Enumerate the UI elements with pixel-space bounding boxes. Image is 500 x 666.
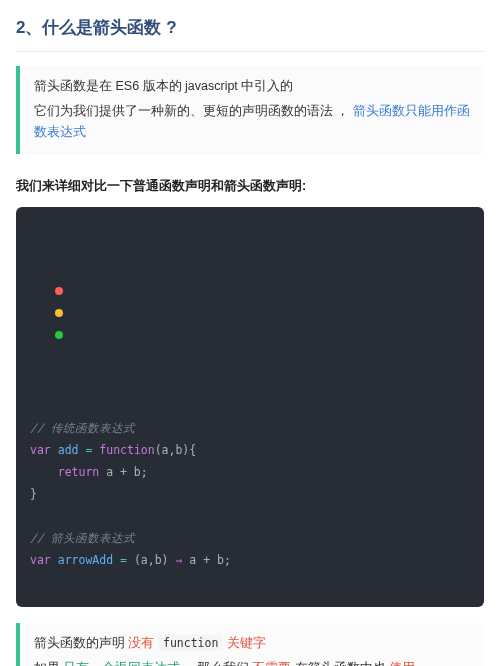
- callout-line: 箭头函数的声明 没有 function 关键字: [34, 633, 470, 654]
- emphasis-text: 使用: [389, 661, 415, 666]
- text: 在箭头函数中也: [291, 661, 389, 666]
- tok: a + b: [189, 553, 224, 567]
- callout-line: 它们为我们提供了一种新的、更短的声明函数的语法 ， 箭头函数只能用作函数表达式: [34, 101, 470, 144]
- tok: var: [30, 443, 51, 457]
- text: 箭头函数的声明: [34, 636, 128, 650]
- callout-line: 箭头函数是在 ES6 版本的 javascript 中引入的: [34, 76, 470, 97]
- tok: }: [30, 487, 37, 501]
- inline-code: function: [158, 635, 223, 651]
- text: ，那么我们: [180, 661, 252, 666]
- emphasis-text: 关键字: [223, 636, 265, 650]
- tok: =: [79, 443, 100, 457]
- tok: =: [113, 553, 134, 567]
- callout-intro: 箭头函数是在 ES6 版本的 javascript 中引入的 它们为我们提供了一…: [16, 66, 484, 154]
- window-dot-green-icon: [55, 331, 63, 339]
- emphasis-text: 只有一个返回表达式: [63, 661, 180, 666]
- window-dot-yellow-icon: [55, 309, 63, 317]
- code-titlebar: [16, 251, 484, 371]
- code-comment: // 箭头函数表达式: [30, 531, 135, 545]
- code-block-1: // 传统函数表达式 var add = function(a,b){ retu…: [16, 207, 484, 607]
- emphasis-text: 没有: [128, 636, 157, 650]
- tok: ⇒: [169, 553, 190, 567]
- emphasis-text: 不需要: [252, 661, 291, 666]
- tok: (a,b): [155, 443, 190, 457]
- tok: arrowAdd: [58, 553, 113, 567]
- callout-line: 如果 只有一个返回表达式 ，那么我们 不需要 在箭头函数中也 使用 return…: [34, 658, 470, 666]
- tok: {: [189, 443, 196, 457]
- tok: function: [99, 443, 154, 457]
- tok: ;: [224, 553, 231, 567]
- tok: var: [30, 553, 51, 567]
- text: 它们为我们提供了一种新的、更短的声明函数的语法 ，: [34, 104, 349, 118]
- tok: add: [58, 443, 79, 457]
- tok: (a,b): [134, 553, 169, 567]
- window-dot-red-icon: [55, 287, 63, 295]
- tok: a + b;: [99, 465, 147, 479]
- callout-notes: 箭头函数的声明 没有 function 关键字 如果 只有一个返回表达式 ，那么…: [16, 623, 484, 666]
- section-heading: 2、什么是箭头函数 ?: [16, 14, 484, 52]
- code-comment: // 传统函数表达式: [30, 421, 135, 435]
- text: 如果: [34, 661, 63, 666]
- code-body: // 传统函数表达式 var add = function(a,b){ retu…: [16, 414, 484, 571]
- tok: return: [58, 465, 100, 479]
- paragraph-lead: 我们来详细对比一下普通函数声明和箭头函数声明:: [16, 176, 484, 197]
